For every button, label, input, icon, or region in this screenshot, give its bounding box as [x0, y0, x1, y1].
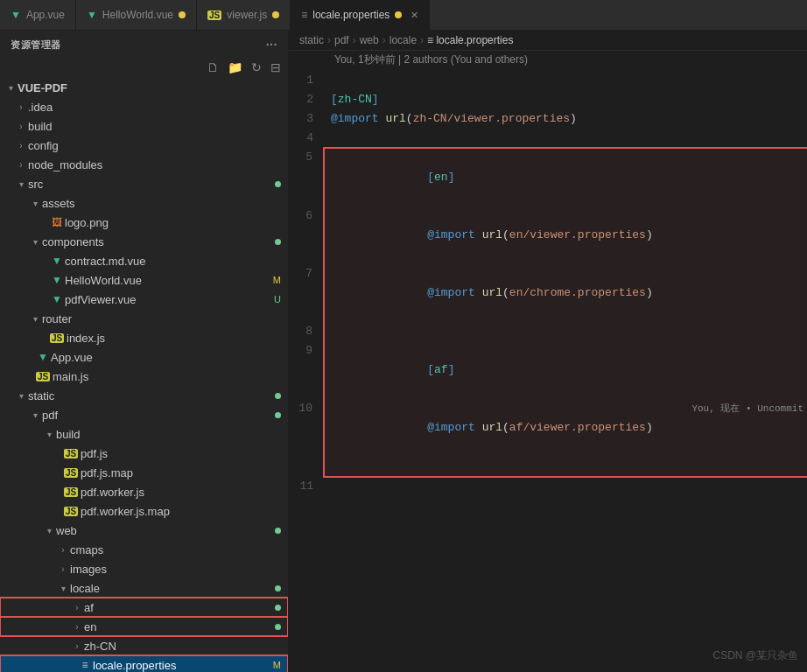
tree-item-logo[interactable]: 🖼 logo.png	[0, 213, 288, 232]
folder-label: build	[56, 428, 288, 441]
tab-label: viewer.js	[227, 9, 267, 21]
code-line-11: 11	[289, 477, 807, 496]
tree-item-web[interactable]: ▾ web	[0, 521, 288, 540]
vue-icon: ▼	[11, 9, 21, 21]
tree-item-helloworld[interactable]: ▼ HelloWorld.vue M	[0, 270, 288, 290]
bracket: ]	[448, 363, 455, 376]
arrow-icon: ▾	[42, 526, 56, 536]
folder-label: src	[28, 178, 275, 191]
watermark-text: CSDN @某只杂鱼	[712, 649, 798, 662]
sidebar-header: 资源管理器 ···	[0, 31, 288, 59]
dot-badge	[275, 585, 281, 592]
arrow-icon: ›	[14, 141, 28, 150]
file-label: logo.png	[65, 216, 288, 229]
tree-item-assets[interactable]: ▾ assets	[0, 193, 288, 213]
modified-badge: M	[273, 275, 288, 285]
refresh-icon[interactable]: ↻	[251, 60, 262, 74]
tab-helloworld-vue[interactable]: ▼ HelloWorld.vue	[76, 0, 197, 30]
sidebar-title: 资源管理器	[11, 38, 61, 52]
tree-item-cmaps[interactable]: › cmaps	[0, 540, 288, 559]
code-line-10: 10 @import url(af/viewer.properties) You…	[289, 399, 807, 477]
tree-item-af[interactable]: › af	[0, 598, 288, 617]
collapse-icon[interactable]: ⊟	[270, 60, 281, 74]
root-label: VUE-PDF	[18, 81, 288, 94]
main-area: 资源管理器 ··· 🗋 📁 ↻ ⊟ ▾ VUE-PDF › .idea	[0, 31, 807, 672]
line-number: 2	[289, 90, 324, 109]
tree-item-pdf-build[interactable]: ▾ build	[0, 424, 288, 444]
section-name: en	[434, 171, 448, 184]
url-func: url	[482, 286, 502, 299]
tree-item-pdfviewer[interactable]: ▼ pdfViewer.vue U	[0, 290, 288, 309]
tree-item-pdf-worker-js[interactable]: JS pdf.worker.js	[0, 482, 288, 501]
code-line-9: 9 [af]	[289, 341, 807, 399]
tree-item-locale[interactable]: ▾ locale	[0, 578, 288, 598]
modified-indicator	[395, 11, 402, 18]
modified-indicator	[179, 11, 186, 18]
new-file-icon[interactable]: 🗋	[207, 60, 219, 74]
folder-label: zh-CN	[84, 640, 288, 653]
tree-item-images[interactable]: › images	[0, 559, 288, 578]
tab-locale-properties[interactable]: ≡ locale.properties ✕	[291, 0, 430, 30]
code-line-2: 2 [zh-CN]	[289, 90, 807, 109]
prop-icon: ≡	[77, 659, 93, 671]
tree-item-locale-properties[interactable]: ≡ locale.properties M	[0, 655, 288, 672]
tab-label: App.vue	[26, 9, 65, 21]
code-line-4: 4	[289, 129, 807, 148]
arrow-icon: ▾	[42, 430, 56, 439]
tree-item-idea[interactable]: › .idea	[0, 97, 288, 116]
tree-item-pdf[interactable]: ▾ pdf	[0, 405, 288, 424]
tree-item-router[interactable]: ▾ router	[0, 309, 288, 328]
tree-item-pdf-js[interactable]: JS pdf.js	[0, 444, 288, 463]
file-label: contract.md.vue	[65, 255, 288, 268]
tree-item-components[interactable]: ▾ components	[0, 232, 288, 251]
arrow-icon: ▾	[14, 179, 28, 189]
file-label: locale.properties	[93, 659, 273, 672]
breadcrumb-pdf: pdf	[334, 34, 349, 46]
new-folder-icon[interactable]: 📁	[228, 60, 242, 74]
tree-item-pdf-js-map[interactable]: JS pdf.js.map	[0, 463, 288, 482]
arrow-icon: ▾	[28, 314, 42, 324]
tree-root-vue-pdf[interactable]: ▾ VUE-PDF	[0, 78, 288, 97]
tree-item-main-js[interactable]: JS main.js	[0, 367, 288, 386]
file-label: App.vue	[51, 351, 288, 364]
tree-item-app-vue[interactable]: ▼ App.vue	[0, 347, 288, 367]
close-icon[interactable]: ✕	[411, 10, 418, 21]
folder-label: .idea	[28, 101, 288, 114]
more-icon[interactable]: ···	[266, 38, 277, 52]
code-table: 1 2 [zh-CN] 3 @import url(zh-CN/viewer.p…	[289, 71, 807, 496]
code-line-8: 8	[289, 322, 807, 341]
tree-item-config[interactable]: › config	[0, 136, 288, 155]
tree-item-zh-cn[interactable]: › zh-CN	[0, 636, 288, 655]
tree-item-static[interactable]: ▾ static	[0, 386, 288, 405]
folder-label: static	[28, 389, 275, 402]
sidebar-toolbar: 🗋 📁 ↻ ⊟	[0, 59, 288, 78]
tree-item-build[interactable]: › build	[0, 116, 288, 136]
js-icon: JS	[207, 10, 221, 20]
arrow-icon: ▾	[28, 237, 42, 247]
bracket: [	[427, 363, 434, 376]
tree-item-src[interactable]: ▾ src	[0, 174, 288, 193]
code-editor[interactable]: 1 2 [zh-CN] 3 @import url(zh-CN/viewer.p…	[289, 71, 807, 672]
arrow-icon: ▾	[28, 199, 42, 208]
tree-item-contract[interactable]: ▼ contract.md.vue	[0, 251, 288, 270]
at-keyword: @import	[331, 112, 379, 125]
tab-app-vue[interactable]: ▼ App.vue	[0, 0, 76, 30]
git-blame: You, 1秒钟前 | 2 authors (You and others)	[289, 51, 807, 71]
arrow-icon: ▾	[4, 83, 18, 93]
url-string: en/viewer.properties	[509, 228, 646, 242]
tree-item-index-js[interactable]: JS index.js	[0, 328, 288, 347]
dot-badge	[275, 181, 281, 187]
line-number: 7	[289, 264, 324, 322]
tab-viewer-js[interactable]: JS viewer.js	[197, 0, 291, 30]
line-number: 1	[289, 71, 324, 90]
tree-item-en[interactable]: › en	[0, 617, 288, 636]
js-icon: JS	[63, 505, 79, 517]
line-content: [af]	[324, 341, 807, 399]
watermark: CSDN @某只杂鱼	[712, 648, 798, 663]
tree-item-pdf-worker-js-map[interactable]: JS pdf.worker.js.map	[0, 501, 288, 521]
arrow-icon: ›	[70, 641, 84, 651]
sep: ›	[420, 34, 424, 46]
code-line-3: 3 @import url(zh-CN/viewer.properties)	[289, 109, 807, 129]
tree-item-node-modules[interactable]: › node_modules	[0, 155, 288, 174]
at-keyword: @import	[427, 421, 475, 434]
